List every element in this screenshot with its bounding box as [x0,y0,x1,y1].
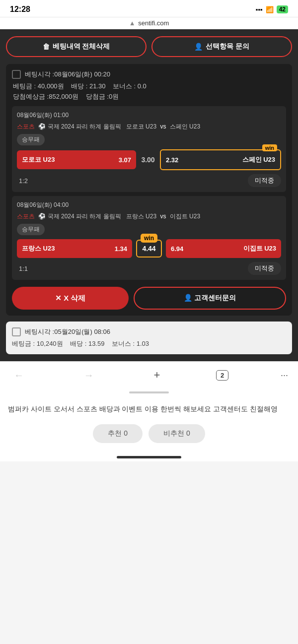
match-2-status: 미적중 [248,262,281,275]
x-icon: ✕ [55,294,62,302]
person-icon-2: 👤 [184,294,192,302]
comment-section: 범퍼카 사이트 오서서 스포츠 배당과 이벤트 이용 한번씩 해보세요 고객센터… [0,395,298,451]
new-tab-button[interactable]: + [149,367,164,384]
match-1-odds-row: 모로코 U23 3.07 3.00 win 2.32 스페인 U23 [17,149,281,170]
lock-icon: ▲ [129,19,136,27]
bet-card-1: 베팅시각 :08월06일(화) 00:20 베팅금 : 40,000원 배당 :… [6,64,292,316]
betting-amount: 베팅금 : 40,000원 [13,82,64,90]
match-1-team1-meta: 모로코 U23 [126,123,156,130]
match-1-team2-meta: 스페인 U23 [170,123,200,130]
card-1-inquiry-button[interactable]: 👤 고객센터문의 [134,287,286,310]
url-bar[interactable]: ▲ sentifi.com [0,17,298,29]
bet-card-1-time: 베팅시각 :08월06일(화) 00:20 [25,70,110,79]
signal-icon: ▪▪▪ [256,6,263,13]
drag-indicator-bar [0,388,298,395]
battery-indicator: 42 [277,5,288,13]
card-1-delete-label: X 삭제 [64,294,85,302]
bet-card-1-header: 베팅시각 :08월06일(화) 00:20 [12,70,286,79]
match-1-datetime: 08월06일(화) 01:00 [17,112,69,119]
bet-card-2: 베팅시각 :05월20일(월) 08:06 베팅금 : 10,240원 배당 :… [6,322,292,354]
match-1-league: 스포츠 ⚽ 국제 2024 파리 하계 올림픽 모로코 U23 vs 스페인 U… [17,123,281,131]
match-2-sports-label: 스포츠 [17,213,35,220]
match-2-team1-odds: 1.34 [115,245,127,253]
card2-odds: 배당 : 13.59 [70,340,104,347]
browser-bottom-nav: ← → + 2 ··· [0,361,298,388]
match-2-draw-win-badge: win [141,234,157,243]
match-2-team2-label: 이집트 U23 [243,244,276,253]
match-2-team2-btn[interactable]: 6.94 이집트 U23 [166,239,281,258]
selected-inquiry-label: 선택항목 문의 [206,42,249,51]
upvote-button[interactable]: 추천 0 [93,424,143,443]
match-1-status: 미적중 [248,174,281,187]
wifi-icon: 📶 [266,6,274,13]
expected-win: 당첨예상금 :852,000원 [13,93,78,100]
bet-card-1-checkbox[interactable] [12,70,21,79]
match-1-team1-odds: 3.07 [119,156,131,164]
match-1-league-text: ⚽ 국제 2024 파리 하계 올림픽 [38,123,121,130]
match-1-team2-odds: 2.32 [166,156,178,164]
tab-count-badge[interactable]: 2 [216,370,228,381]
match-1-team2-label: 스페인 U23 [242,155,275,164]
bet-card-1-winnings: 당첨예상금 :852,000원 당첨금 :0원 [12,92,286,101]
match-2-odds-row: 프랑스 U23 1.34 win 4.44 6.94 이집트 U23 [17,239,281,258]
match-1-draw-odds: 3.00 [139,156,157,164]
match-2-team1-label: 프랑스 U23 [22,244,55,253]
match-2-datetime: 08월06일(화) 04:00 [17,201,69,208]
delete-all-label: 베팅내역 전체삭제 [53,42,110,51]
match-1-team2-btn[interactable]: win 2.32 스페인 U23 [160,149,281,170]
time: 12:28 [10,5,30,14]
forward-button[interactable]: → [80,368,98,383]
comment-text: 범퍼카 사이트 오서서 스포츠 배당과 이벤트 이용 한번씩 해보세요 고객센터… [8,403,290,414]
match-2-team1-btn[interactable]: 프랑스 U23 1.34 [17,239,132,258]
match-2-league-text: ⚽ 국제 2024 파리 하계 올림픽 [38,213,121,220]
status-right: ▪▪▪ 📶 42 [256,5,288,13]
match-2-team1-meta: 프랑스 U23 [126,213,156,220]
match-2: 08월06일(화) 04:00 스포츠 ⚽ 국제 2024 파리 하계 올림픽 … [12,196,286,280]
match-2-bet-type: 승무패 [17,224,45,235]
drag-handle [129,391,169,393]
url-text: sentifi.com [138,19,169,27]
odds-value: 배당 : 21.30 [71,82,105,90]
match-2-team2-odds: 6.94 [171,245,183,253]
match-1-win-badge: win [262,144,277,151]
trash-icon: 🗑 [43,43,50,51]
top-actions: 🗑 베팅내역 전체삭제 👤 선택항목 문의 [6,36,292,57]
bet-card-2-time: 베팅시각 :05월20일(월) 08:06 [25,327,110,336]
match-2-score: 1:1 [17,265,28,272]
match-1-score-row: 1:2 미적중 [17,174,281,187]
vote-buttons: 추천 0 비추천 0 [8,424,290,443]
bonus-value: 보너스 : 0.0 [113,82,147,90]
status-bar: 12:28 ▪▪▪ 📶 42 [0,0,298,17]
home-indicator [0,451,298,461]
match-2-draw-wrap: win 4.44 [135,240,163,258]
match-2-meta: 08월06일(화) 04:00 [17,201,281,209]
card-1-inquiry-label: 고객센터문의 [194,294,236,302]
match-1-team1-btn[interactable]: 모로코 U23 3.07 [17,150,136,169]
match-1-meta: 08월06일(화) 01:00 [17,111,281,120]
selected-inquiry-button[interactable]: 👤 선택항목 문의 [151,36,292,57]
card2-betting-amount: 베팅금 : 10,240원 [12,340,63,347]
match-1: 08월06일(화) 01:00 스포츠 ⚽ 국제 2024 파리 하계 올림픽 … [12,106,286,192]
more-options-button[interactable]: ··· [281,370,288,381]
match-2-score-row: 1:1 미적중 [17,262,281,275]
match-1-sports-label: 스포츠 [17,123,35,130]
bet-card-2-header: 베팅시각 :05월20일(월) 08:06 [12,327,286,336]
match-2-vs: vs [160,213,166,220]
card2-bonus: 보너스 : 1.03 [112,340,149,347]
match-1-vs: vs [160,123,166,130]
match-2-league: 스포츠 ⚽ 국제 2024 파리 하계 올림픽 프랑스 U23 vs 이집트 U… [17,212,281,221]
back-button[interactable]: ← [10,368,28,383]
bet-card-2-checkbox[interactable] [12,327,21,336]
card-1-delete-button[interactable]: ✕ X 삭제 [12,287,129,310]
main-content: 🗑 베팅내역 전체삭제 👤 선택항목 문의 베팅시각 :08월06일(화) 00… [0,29,298,361]
person-icon: 👤 [194,43,203,51]
match-1-team1-label: 모로코 U23 [22,155,55,164]
bet-card-1-amounts: 베팅금 : 40,000원 배당 : 21.30 보너스 : 0.0 [12,82,286,91]
match-1-score: 1:2 [17,177,28,185]
home-bar [117,456,181,458]
actual-win: 당첨금 :0원 [86,93,119,100]
downvote-button[interactable]: 비추천 0 [149,424,205,443]
match-2-team2-meta: 이집트 U23 [170,213,200,220]
bet-card-2-amounts: 베팅금 : 10,240원 배당 : 13.59 보너스 : 1.03 [12,339,286,348]
delete-all-button[interactable]: 🗑 베팅내역 전체삭제 [6,36,147,57]
